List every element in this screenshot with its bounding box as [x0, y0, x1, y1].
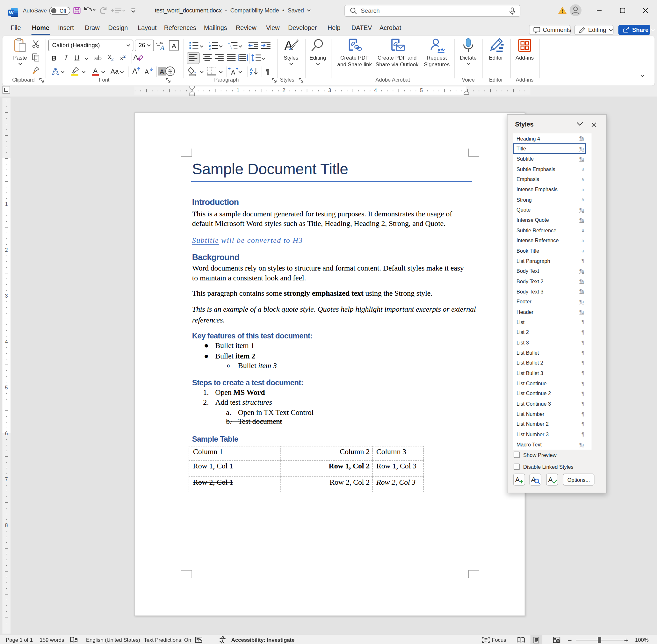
- shading-chevron-icon[interactable]: [200, 71, 204, 74]
- alert-icon[interactable]: [557, 5, 568, 16]
- share-button[interactable]: Share: [618, 25, 650, 35]
- copy-button[interactable]: [32, 53, 40, 62]
- underline-button[interactable]: U: [74, 54, 80, 62]
- table-cell[interactable]: Row 1, Col 1: [189, 460, 280, 476]
- style-item-list-number-3[interactable]: List Number 3 ¶: [513, 429, 586, 439]
- p-background-l2[interactable]: to maintain a consistent look and feel.: [192, 273, 306, 283]
- style-item-body-text-3[interactable]: Body Text 3 ¶a: [513, 286, 586, 297]
- character-border-button[interactable]: A: [168, 40, 179, 51]
- customize-qat-button[interactable]: [110, 5, 125, 16]
- zoom-out-button[interactable]: −: [568, 635, 572, 644]
- h-steps[interactable]: Steps to create a test document:: [192, 377, 303, 387]
- show-preview-box[interactable]: [514, 452, 520, 458]
- asian-layout-button[interactable]: A: [228, 67, 238, 75]
- subscript-button[interactable]: x2: [108, 54, 114, 62]
- style-item-list-bullet-3[interactable]: List Bullet 3 ¶: [513, 368, 586, 378]
- style-item-list[interactable]: List ¶: [513, 317, 586, 327]
- font-color-button[interactable]: A: [91, 66, 100, 76]
- style-item-quote[interactable]: Quote ¶a: [513, 205, 586, 215]
- styles-options-button[interactable]: Options...: [563, 474, 594, 485]
- avatar[interactable]: [570, 4, 582, 16]
- word-count[interactable]: 159 words: [40, 635, 64, 644]
- align-right-button[interactable]: [214, 54, 224, 62]
- addins-button[interactable]: Add-ins: [506, 38, 543, 61]
- style-item-list-continue-2[interactable]: List Continue 2 ¶: [513, 388, 586, 399]
- increase-indent-button[interactable]: [260, 41, 271, 49]
- tab-help[interactable]: Help: [327, 21, 342, 35]
- style-item-body-text[interactable]: Body Text ¶a: [513, 266, 586, 276]
- font-color-chevron-icon[interactable]: [101, 71, 105, 74]
- tab-references[interactable]: References: [163, 21, 197, 35]
- zoom-slider-knob[interactable]: [598, 637, 601, 643]
- maximize-button[interactable]: [615, 0, 630, 21]
- bullets-button[interactable]: [189, 41, 199, 50]
- style-item-header[interactable]: Header ¶a: [513, 307, 586, 317]
- underline-chevron-icon[interactable]: [85, 58, 89, 60]
- tab-design[interactable]: Design: [108, 21, 129, 35]
- bold-button[interactable]: B: [51, 54, 56, 61]
- highlight-chevron-icon[interactable]: [81, 71, 86, 74]
- tab-mailings[interactable]: Mailings: [203, 21, 228, 35]
- borders-chevron-icon[interactable]: [218, 71, 223, 74]
- text-effects-button[interactable]: A: [51, 66, 60, 76]
- text-effects-chevron-icon[interactable]: [61, 71, 65, 74]
- h-table[interactable]: Sample Table: [192, 434, 238, 443]
- h-intro[interactable]: Introduction: [192, 197, 239, 208]
- style-item-intense-reference[interactable]: Intense Reference a: [513, 235, 586, 246]
- horizontal-ruler[interactable]: 12345: [0, 85, 657, 96]
- document-page[interactable]: Sample Document Title IntroductionThis i…: [134, 112, 525, 616]
- style-item-list-number-2[interactable]: List Number 2 ¶: [513, 419, 586, 429]
- p-background-l1[interactable]: Word documents rely on styles to structu…: [192, 263, 464, 273]
- enclose-characters-button[interactable]: [165, 66, 175, 76]
- align-left-button[interactable]: [188, 54, 198, 62]
- style-item-list-bullet[interactable]: List Bullet ¶: [513, 348, 586, 358]
- p-subtitle[interactable]: Subtitle will be converted to H3: [192, 235, 303, 245]
- text-predictions[interactable]: Text Predictions: On: [144, 635, 191, 644]
- track-changes-icon[interactable]: [195, 635, 203, 644]
- tab-view[interactable]: View: [265, 21, 281, 35]
- asian-layout-chevron-icon[interactable]: [238, 71, 242, 74]
- hanging-indent-marker[interactable]: [189, 90, 195, 96]
- h-features[interactable]: Key features of this test document:: [192, 330, 312, 340]
- style-item-list-2[interactable]: List 2 ¶: [513, 327, 586, 338]
- qat-overflow-button[interactable]: [130, 5, 137, 16]
- tab-file[interactable]: File: [10, 21, 22, 35]
- multilevel-chevron-icon[interactable]: [238, 45, 242, 48]
- tab-insert[interactable]: Insert: [57, 21, 74, 35]
- style-item-body-text-2[interactable]: Body Text 2 ¶a: [513, 276, 586, 286]
- numbering-chevron-icon[interactable]: [218, 45, 223, 48]
- cut-button[interactable]: [32, 40, 40, 48]
- decrease-indent-button[interactable]: [248, 41, 258, 49]
- style-item-title[interactable]: Title ¶a: [513, 143, 586, 154]
- superscript-button[interactable]: x2: [120, 54, 126, 61]
- styles-pane-close-icon[interactable]: [591, 122, 599, 129]
- tab-layout[interactable]: Layout: [137, 21, 157, 35]
- autosave-control[interactable]: AutoSave Off: [23, 0, 70, 21]
- style-item-list-3[interactable]: List 3 ¶: [513, 338, 586, 348]
- p-strong[interactable]: This paragraph contains some strongly em…: [192, 289, 432, 298]
- style-item-list-continue-3[interactable]: List Continue 3 ¶: [513, 399, 586, 409]
- tab-review[interactable]: Review: [235, 21, 257, 35]
- focus-label[interactable]: Focus: [492, 635, 506, 644]
- style-item-heading-4[interactable]: Heading 4 ¶a: [513, 133, 586, 143]
- zoom-level[interactable]: 100%: [635, 635, 649, 644]
- style-item-subtle-reference[interactable]: Subtle Reference a: [513, 225, 586, 235]
- highlight-button[interactable]: [70, 66, 80, 76]
- style-item-list-continue[interactable]: List Continue ¶: [513, 378, 586, 388]
- title-chevron-icon[interactable]: [307, 9, 311, 12]
- collapse-ribbon-button[interactable]: [640, 74, 648, 81]
- vertical-ruler[interactable]: 12345678: [2, 98, 10, 634]
- styles-dialog-launcher[interactable]: [298, 77, 304, 83]
- zoom-in-button[interactable]: +: [624, 635, 628, 644]
- format-painter-button[interactable]: [32, 66, 40, 74]
- table-cell[interactable]: Row 1, Col 3: [372, 460, 423, 476]
- table-cell[interactable]: Row 2, Col 2: [280, 476, 372, 492]
- p-intro-l2[interactable]: default Microsoft Word styles such as Ti…: [192, 219, 445, 228]
- li-nb[interactable]: b.Test document: [192, 417, 236, 427]
- table-cell[interactable]: Column 2: [280, 446, 372, 460]
- saved-status[interactable]: Saved: [288, 7, 304, 14]
- tab-selector[interactable]: [2, 86, 10, 94]
- create-pdf-outlook-button[interactable]: Create PDF and Share via Outlook: [373, 38, 421, 68]
- style-item-intense-emphasis[interactable]: Intense Emphasis a: [513, 184, 586, 194]
- editing-menu-button[interactable]: Editing: [299, 38, 336, 65]
